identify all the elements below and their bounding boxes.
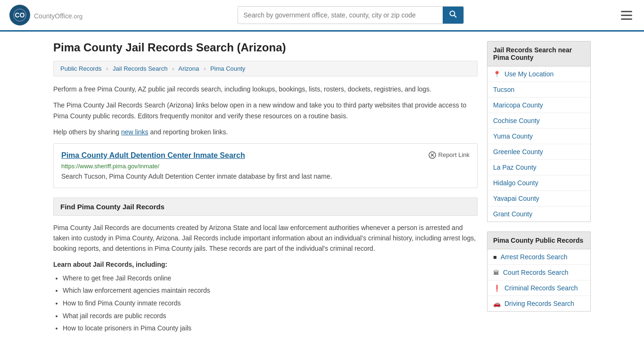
pr-icon-3: 🚗	[493, 300, 501, 307]
section-header: Find Pima County Jail Records	[53, 197, 478, 216]
link-card-url[interactable]: https://www.sheriff.pima.gov/inmate/	[61, 163, 470, 170]
sidebar: Jail Records Search near Pima County 📍Us…	[487, 41, 591, 335]
learn-list-item: How to locate prisoners in Pima County j…	[63, 322, 478, 335]
sidebar-nearby-item: Tucson	[487, 82, 590, 98]
sidebar-pr-link[interactable]: Driving Records Search	[504, 300, 574, 307]
sidebar-nearby-link[interactable]: Maricopa County	[493, 101, 543, 109]
svg-text:CO: CO	[15, 11, 25, 19]
link-card-description: Search Tucson, Pima County Adult Detenti…	[61, 173, 470, 180]
sidebar-nearby-item: Hidalgo County	[487, 175, 590, 191]
intro-3-prefix: Help others by sharing	[53, 128, 121, 136]
pr-icon-1: 🏛	[493, 269, 499, 276]
logo-text: CountyOffice.org	[34, 10, 83, 21]
sidebar-public-records-title: Pima County Public Records	[487, 231, 591, 249]
learn-list-item: What jail records are public records	[63, 310, 478, 322]
sidebar-pr-link[interactable]: Court Records Search	[503, 269, 569, 276]
breadcrumb: Public Records › Jail Records Search › A…	[53, 61, 478, 76]
sidebar-nearby-link[interactable]: La Paz County	[493, 164, 537, 171]
sidebar-public-records-section: Pima County Public Records ■Arrest Recor…	[487, 231, 591, 312]
sidebar-nearby-item: Greenlee County	[487, 144, 590, 160]
intro-3-suffix: and reporting broken links.	[149, 128, 228, 136]
hamburger-line-3	[621, 18, 632, 20]
sidebar-nearby-link[interactable]: Grant County	[493, 210, 532, 218]
logo-icon: CO	[9, 5, 30, 25]
section-text: Pima County Jail Records are documents c…	[53, 222, 478, 254]
sidebar-nearby-item: La Paz County	[487, 160, 590, 175]
learn-list-item: Where to get free Jail Records online	[63, 272, 478, 285]
sidebar-nearby-item: Yavapai County	[487, 191, 590, 206]
sidebar-pr-link[interactable]: Arrest Records Search	[501, 253, 568, 261]
learn-list-item: Which law enforcement agencies maintain …	[63, 284, 478, 297]
sidebar-nearby-link[interactable]: Yuma County	[493, 132, 533, 140]
sidebar-public-records-list: ■Arrest Records Search🏛Court Records Sea…	[487, 249, 591, 312]
sidebar-nearby-link[interactable]: Tucson	[493, 86, 514, 93]
sidebar-nearby-item: Yuma County	[487, 129, 590, 144]
sidebar-nearby-link[interactable]: Cochise County	[493, 117, 540, 124]
learn-list: Where to get free Jail Records onlineWhi…	[63, 272, 478, 335]
hamburger-line-1	[621, 11, 632, 12]
sidebar-nearby-link[interactable]: Use My Location	[504, 70, 553, 78]
menu-button[interactable]	[619, 8, 635, 22]
sidebar-public-records-item: ■Arrest Records Search	[487, 249, 590, 265]
hamburger-line-2	[621, 15, 632, 16]
logo-area: CO CountyOffice.org	[9, 5, 83, 25]
search-bar	[238, 6, 464, 24]
breadcrumb-sep-3: ›	[204, 65, 206, 72]
pr-icon-2: ❗	[493, 285, 501, 292]
breadcrumb-jail-records[interactable]: Jail Records Search	[113, 65, 167, 72]
sidebar-nearby-item: Grant County	[487, 206, 590, 222]
breadcrumb-sep-1: ›	[106, 65, 108, 72]
intro-text-1: Perform a free Pima County, AZ public ja…	[53, 84, 478, 94]
breadcrumb-pima-county[interactable]: Pima County	[210, 65, 245, 72]
link-card-header: Pima County Adult Detention Center Inmat…	[61, 151, 470, 160]
learn-label: Learn about Jail Records, including:	[53, 261, 478, 268]
sidebar-nearby-title: Jail Records Search near Pima County	[487, 41, 591, 66]
sidebar-public-records-item: 🚗Driving Records Search	[487, 296, 590, 311]
sidebar-nearby-item: 📍Use My Location	[487, 66, 590, 82]
sidebar-pr-link[interactable]: Criminal Records Search	[504, 284, 578, 292]
report-link-label: Report Link	[438, 151, 470, 158]
breadcrumb-sep-2: ›	[172, 65, 174, 72]
main-container: Pima County Jail Records Search (Arizona…	[44, 32, 600, 344]
header: CO CountyOffice.org	[0, 0, 644, 32]
sidebar-nearby-item: Maricopa County	[487, 98, 590, 113]
search-input[interactable]	[238, 8, 443, 23]
report-link-button[interactable]: Report Link	[429, 151, 470, 159]
svg-point-2	[450, 11, 454, 16]
link-card-title[interactable]: Pima County Adult Detention Center Inmat…	[61, 151, 245, 160]
breadcrumb-public-records[interactable]: Public Records	[60, 65, 101, 72]
intro-text-3: Help others by sharing new links and rep…	[53, 127, 478, 137]
search-button[interactable]	[443, 7, 463, 24]
page-title: Pima County Jail Records Search (Arizona…	[53, 41, 478, 54]
sidebar-public-records-item: 🏛Court Records Search	[487, 265, 590, 280]
svg-line-3	[454, 16, 456, 18]
main-content: Pima County Jail Records Search (Arizona…	[53, 41, 478, 335]
location-icon: 📍	[493, 71, 501, 78]
sidebar-nearby-link[interactable]: Yavapai County	[493, 195, 539, 202]
sidebar-public-records-item: ❗Criminal Records Search	[487, 280, 590, 296]
sidebar-nearby-link[interactable]: Greenlee County	[493, 148, 543, 156]
learn-list-item: How to find Pima County inmate records	[63, 297, 478, 310]
sidebar-nearby-link[interactable]: Hidalgo County	[493, 179, 538, 187]
pr-icon-0: ■	[493, 254, 497, 261]
breadcrumb-arizona[interactable]: Arizona	[178, 65, 199, 72]
sidebar-nearby-item: Cochise County	[487, 113, 590, 129]
link-card: Pima County Adult Detention Center Inmat…	[53, 143, 478, 188]
new-links-link[interactable]: new links	[121, 128, 149, 136]
sidebar-nearby-section: Jail Records Search near Pima County 📍Us…	[487, 41, 591, 222]
intro-text-2: The Pima County Jail Records Search (Ari…	[53, 100, 478, 121]
sidebar-nearby-list: 📍Use My LocationTucsonMaricopa CountyCoc…	[487, 66, 591, 222]
